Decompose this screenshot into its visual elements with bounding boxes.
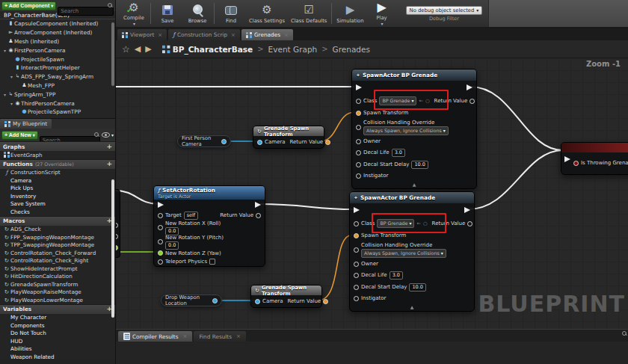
rotation-x-pin[interactable] [158, 225, 163, 230]
browse-asset-icon[interactable]: ○ [423, 220, 428, 226]
breadcrumb-event-graph[interactable]: Event Graph [268, 45, 318, 54]
add-icon[interactable]: + [106, 144, 112, 150]
list-item-weapon-related[interactable]: Weapon Related [0, 353, 115, 360]
return-value-pin[interactable] [467, 221, 472, 226]
collision-dropdown[interactable]: Always Spawn, Ignore Collisions ▾ [361, 249, 446, 258]
node-set-actor-rotation[interactable]: ƒ SetActorRotation Target is Actor Targe… [153, 185, 265, 267]
list-item-constructionscript[interactable]: ƒConstructionScript [0, 169, 115, 177]
expander-icon[interactable]: ▾ [2, 48, 7, 53]
instigator-pin[interactable] [354, 296, 359, 301]
decal-delay-pin[interactable] [354, 285, 359, 290]
node-header[interactable]: ✦ SpawnActor BP Grenade [350, 192, 474, 203]
node-grenade-spawn-transform-2[interactable]: ↻ Grenade Spawn Transform Camera Return … [250, 285, 322, 308]
tab-grenades[interactable]: Grenades× [241, 29, 293, 40]
list-item-playweaponlowermontage[interactable]: ↻PlayWeaponLowerMontage [0, 296, 115, 304]
toolbar-button-compile[interactable]: ⚙✔Compile▾ [119, 1, 149, 27]
section-header-graphs[interactable]: Graphs+ [0, 141, 115, 151]
decal-life-input[interactable]: 3.0 [392, 149, 405, 157]
collision-pin[interactable] [356, 125, 361, 130]
tree-item-ads-fpp-sway-springarm[interactable]: ▾↳ADS_FPP_Sway_SpringArm [0, 73, 115, 81]
exec-in-pin[interactable] [564, 156, 570, 162]
list-item-ads-check[interactable]: ↻ADS_Check [0, 226, 115, 234]
close-icon[interactable]: × [236, 333, 241, 339]
close-icon[interactable]: × [284, 32, 289, 38]
section-header-macros[interactable]: Macros+ [0, 216, 115, 226]
return-value-pin[interactable] [325, 140, 330, 145]
debug-object-dropdown[interactable]: No debug object selected ▾ [406, 6, 483, 15]
decal-delay-input[interactable]: 10.0 [409, 283, 425, 291]
tab-construction-scrip[interactable]: ƒConstruction Scrip× [168, 29, 240, 40]
list-item-controlrotation-check-right[interactable]: ↻ControlRotation_Check_Right [0, 257, 115, 265]
float-pin[interactable] [116, 245, 118, 250]
toolbar-button-class-settings[interactable]: ⚙Class Settings [246, 1, 288, 27]
output-pin[interactable] [212, 298, 218, 303]
node-set-is-throwing-grenades[interactable]: SET Is Throwing Grenades [561, 142, 628, 175]
toolbar-button-save[interactable]: Save [153, 1, 182, 27]
class-dropdown[interactable]: BP Grenade ▾ [377, 219, 414, 228]
forward-arrow-icon[interactable]: ▶ [145, 45, 151, 53]
section-header-variables[interactable]: Variables+ [0, 304, 115, 314]
browse-asset-icon[interactable]: ○ [425, 98, 430, 104]
list-item-fpp-swappingweaponmontage[interactable]: ↻FPP_SwappingWeaponMontage [0, 233, 115, 241]
return-value-pin[interactable] [256, 213, 261, 218]
tab-viewport[interactable]: Viewport× [117, 29, 167, 40]
instigator-pin[interactable] [356, 173, 361, 179]
list-item-inventory[interactable]: Inventory [0, 192, 115, 200]
collapse-arrow-icon[interactable]: ▲ [350, 303, 474, 311]
tree-item-firstpersoncamera[interactable]: ▾◉FirstPersonCamera [0, 46, 115, 55]
close-icon[interactable]: × [158, 32, 162, 38]
collapse-arrow-icon[interactable]: ▲ [352, 181, 476, 188]
add-icon[interactable]: + [106, 161, 112, 167]
list-item-camera[interactable]: Camera [0, 176, 115, 185]
close-icon[interactable]: × [183, 333, 188, 339]
expander-icon[interactable]: ▾ [9, 101, 14, 106]
breadcrumb-grenades[interactable]: Grenades [333, 45, 370, 54]
tree-item-mesh-inherited-[interactable]: ♟Mesh (Inherited) [0, 37, 115, 46]
tab-my-blueprint[interactable]: My Blueprint [0, 119, 52, 129]
chevron-down-icon[interactable]: ▾ [111, 133, 114, 138]
decal-life-pin[interactable] [356, 150, 361, 155]
list-item-hud[interactable]: HUD [0, 337, 115, 345]
spawn-transform-pin[interactable] [354, 233, 359, 238]
tree-item-capsulecomponent-inherited-[interactable]: ▮CapsuleComponent (Inherited) [0, 19, 115, 28]
decal-life-input[interactable]: 3.0 [390, 271, 403, 280]
float-pin[interactable] [116, 223, 118, 228]
view-options-eye-icon[interactable] [102, 132, 110, 138]
teleport-physics-pin[interactable] [158, 259, 163, 265]
class-pin[interactable] [354, 221, 359, 226]
breadcrumb-root[interactable]: BP_CharacterBase [173, 45, 253, 54]
list-item-save-system[interactable]: Save System [0, 200, 115, 209]
list-item-my-character[interactable]: My Character [0, 314, 115, 322]
node-header[interactable]: SET [561, 143, 628, 152]
float-pin[interactable] [116, 234, 118, 239]
node-spawnactor-bp-grenade-1[interactable]: ✦ SpawnActor BP Grenade Class BP Grenade… [351, 69, 477, 189]
camera-pin[interactable] [255, 299, 260, 304]
spawn-transform-pin[interactable] [356, 111, 361, 116]
node-header[interactable]: ↻ Grenade Spawn Transform [253, 126, 324, 136]
class-pin[interactable] [356, 99, 361, 104]
rotation-y-input[interactable]: 0.0 [165, 241, 179, 250]
list-item-grenadespawntransform[interactable]: ↻GrenadeSpawnTransform [0, 280, 115, 289]
tab-find-results[interactable]: Find Results× [194, 331, 246, 342]
exec-out-pin[interactable] [467, 84, 472, 90]
return-value-pin[interactable] [323, 299, 328, 304]
owner-pin[interactable] [354, 262, 359, 267]
tree-item-mesh-fpp[interactable]: ♟Mesh_FPP [0, 81, 115, 90]
list-item-tpp-swappingweaponmontage[interactable]: ↻TPP_SwappingWeaponMontage [0, 241, 115, 250]
decal-delay-input[interactable]: 10.0 [411, 161, 428, 169]
bool-pin[interactable] [573, 161, 579, 166]
node-first-person-camera[interactable]: First Person Camera [177, 135, 231, 147]
my-blueprint-scrollbar[interactable] [111, 179, 114, 318]
toolbar-button-browse[interactable]: Browse [182, 1, 212, 27]
close-icon[interactable]: × [231, 32, 236, 38]
toolbar-button-simulation[interactable]: ▶Simulation [333, 1, 366, 27]
collision-pin[interactable] [354, 247, 359, 253]
list-item-pick-ups[interactable]: Pick Ups [0, 185, 115, 193]
toolbar-button-find[interactable]: Find [216, 1, 246, 27]
tree-item-projectilespawntpp[interactable]: ●ProjectileSpawnTPP [0, 108, 115, 117]
camera-pin[interactable] [257, 140, 262, 145]
add-new-button[interactable]: + Add New ▾ [1, 131, 38, 140]
tree-item-arrowcomponent-inherited-[interactable]: ►ArrowComponent (Inherited) [0, 28, 115, 37]
toolbar-button-class-defaults[interactable]: ☑Class Defaults [288, 1, 330, 27]
output-pin[interactable] [221, 139, 227, 144]
